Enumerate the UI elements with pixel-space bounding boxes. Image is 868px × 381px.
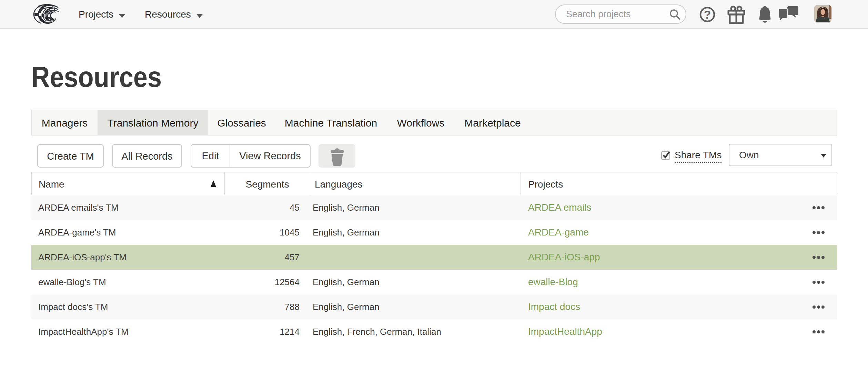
svg-text:?: ?	[704, 8, 711, 21]
